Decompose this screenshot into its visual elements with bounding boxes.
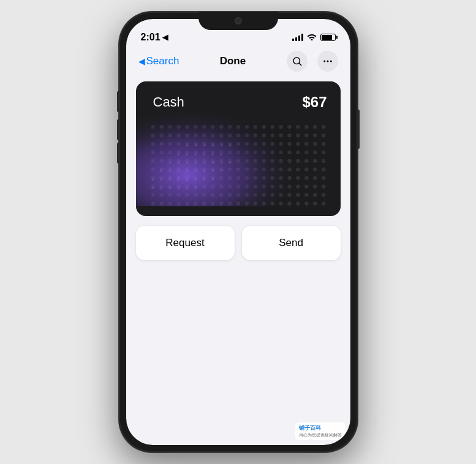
svg-text:↙: ↙	[186, 177, 189, 181]
svg-text:↙: ↙	[168, 185, 172, 190]
svg-text:↙: ↙	[186, 160, 189, 165]
svg-text:↙: ↙	[160, 168, 163, 173]
svg-text:↗: ↗	[219, 160, 222, 165]
watermark-title: 铺子百科	[299, 424, 342, 432]
svg-text:↙: ↙	[194, 185, 197, 190]
request-button[interactable]: Request	[136, 226, 235, 260]
svg-text:↙: ↙	[168, 160, 172, 165]
svg-text:↙: ↙	[151, 177, 154, 181]
svg-text:↙: ↙	[194, 152, 197, 156]
svg-text:↗: ↗	[194, 143, 197, 148]
cash-label: Cash	[153, 94, 184, 110]
svg-text:↙: ↙	[219, 152, 222, 156]
watermark-subtitle: 用心为您提供疑问解答	[299, 432, 342, 438]
svg-text:↙: ↙	[194, 168, 197, 173]
svg-text:↙: ↙	[202, 168, 205, 173]
svg-text:↙: ↙	[160, 185, 163, 190]
svg-text:↙: ↙	[186, 185, 189, 190]
svg-text:↗: ↗	[202, 143, 205, 148]
status-time: 2:01 ◀	[141, 32, 168, 43]
request-label: Request	[165, 237, 204, 249]
svg-text:↗: ↗	[186, 143, 189, 148]
apple-cash-logo: Cash	[149, 94, 184, 110]
card-header: Cash $67	[149, 94, 327, 111]
svg-text:↗: ↗	[219, 168, 222, 173]
svg-point-4	[330, 61, 331, 62]
svg-text:↙: ↙	[177, 160, 180, 165]
svg-text:↗: ↗	[228, 160, 231, 165]
svg-text:↙: ↙	[202, 152, 205, 156]
svg-line-1	[299, 63, 301, 65]
navigation-bar: ◀ Search Done	[126, 48, 350, 77]
svg-text:↗: ↗	[219, 143, 222, 148]
wifi-icon	[307, 33, 317, 42]
svg-text:↗: ↗	[228, 143, 231, 148]
watermark: 铺子百科 用心为您提供疑问解答	[295, 422, 346, 440]
send-button[interactable]: Send	[242, 226, 341, 260]
status-icons	[292, 33, 336, 42]
phone-frame: 2:01 ◀	[119, 12, 358, 452]
svg-text:↗: ↗	[202, 160, 205, 165]
back-label: Search	[146, 55, 179, 67]
battery-icon	[320, 34, 336, 41]
signal-icon	[292, 34, 303, 41]
svg-text:↙: ↙	[177, 177, 180, 181]
svg-point-2	[323, 61, 325, 62]
svg-text:↙: ↙	[168, 177, 172, 181]
location-icon: ◀	[162, 33, 168, 42]
action-buttons: Request Send	[136, 226, 341, 260]
chevron-left-icon: ◀	[138, 56, 145, 66]
search-button[interactable]	[287, 51, 308, 72]
svg-text:↙: ↙	[177, 168, 180, 173]
balance-amount: $67	[302, 94, 327, 111]
battery-fill	[322, 35, 333, 40]
svg-text:↙: ↙	[177, 185, 180, 190]
svg-text:↙: ↙	[177, 152, 180, 156]
svg-text:↙: ↙	[202, 177, 205, 181]
nav-actions	[287, 51, 338, 72]
send-label: Send	[279, 237, 303, 249]
camera	[235, 17, 242, 24]
done-button[interactable]: Done	[220, 55, 246, 67]
svg-text:↙: ↙	[151, 185, 154, 190]
main-content: Cash $67	[126, 77, 350, 270]
svg-text:↗: ↗	[211, 143, 214, 148]
svg-text:↙: ↙	[186, 168, 189, 173]
phone-screen: 2:01 ◀	[126, 19, 350, 445]
svg-text:↗: ↗	[211, 160, 214, 165]
svg-text:↗: ↗	[211, 177, 214, 181]
apple-cash-card[interactable]: Cash $67	[136, 81, 341, 216]
svg-text:↙: ↙	[168, 168, 172, 173]
more-options-button[interactable]	[317, 51, 338, 72]
time-display: 2:01	[141, 32, 161, 43]
svg-text:↙: ↙	[194, 177, 197, 181]
back-button[interactable]: ◀ Search	[138, 55, 179, 67]
notch	[198, 12, 278, 30]
svg-text:↗: ↗	[211, 168, 214, 173]
svg-text:↙: ↙	[186, 152, 189, 156]
svg-text:↙: ↙	[211, 152, 214, 156]
svg-point-0	[293, 58, 300, 64]
svg-text:↙: ↙	[160, 177, 163, 181]
svg-text:↙: ↙	[194, 160, 197, 165]
svg-point-3	[327, 61, 328, 62]
